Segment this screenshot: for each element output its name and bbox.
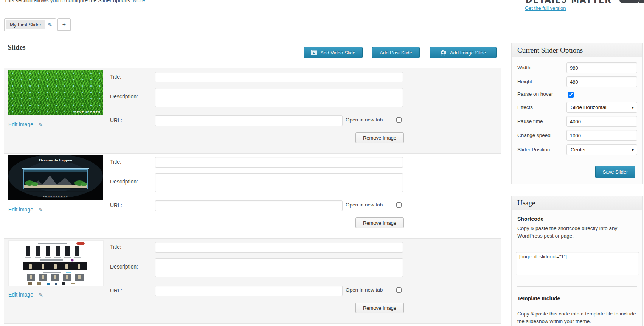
add-slider-tab[interactable]: + [57,18,71,31]
slide-1-open-new-tab-checkbox[interactable] [396,117,402,123]
slide-2-open-new-tab-checkbox[interactable] [396,202,402,208]
slider-position-label: Slider Position [517,147,550,152]
tab-bar-divider [4,31,644,31]
open-new-tab-label: Open in new tab [346,202,383,208]
shortcode-description: Copy & paste the shortcode directly into… [517,225,638,240]
slide-1-thumbnail: SEVENPORTS [8,70,103,115]
add-image-slide-button[interactable]: Add Image Slide [430,47,497,58]
get-full-version-link[interactable]: Get the full version [525,5,566,11]
slide-2-thumbnail: Dreams do happen SEVENPORTS [8,155,103,200]
slide-3-description-input[interactable] [155,258,403,277]
change-speed-input[interactable] [566,130,637,141]
url-label: URL: [110,117,122,123]
slide-1-url-input[interactable] [155,115,343,126]
url-label: URL: [110,202,122,208]
tab-my-first-slider[interactable]: My First Slider ✎ [4,18,56,31]
title-label: Title: [110,159,121,165]
slide-2-description-input[interactable] [155,173,403,192]
description-label: Description: [110,179,138,185]
slide-2-remove-image-button[interactable]: Remove Image [355,217,404,228]
slider-position-select[interactable]: Center [566,144,637,155]
add-post-slide-button[interactable]: Add Post Slide [372,47,420,58]
edit-image-link[interactable]: Edit image [8,206,33,213]
usage-divider [517,286,637,287]
slide-3-thumbnail [8,240,104,286]
add-image-slide-label: Add Image Slide [450,50,486,56]
add-tab-label: + [62,21,66,28]
change-speed-label: Change speed [517,132,551,138]
pause-on-hover-label: Pause on hover [517,91,553,97]
usage-panel-heading: Usage [512,196,642,210]
url-label: URL: [110,287,122,293]
camera-icon [440,50,447,56]
edit-image-pencil-icon[interactable]: ✎ [38,292,43,298]
open-new-tab-label: Open in new tab [346,287,383,293]
pause-on-hover-checkbox[interactable] [568,92,574,98]
slide-3-url-input[interactable] [155,286,343,296]
current-slider-options-panel: Current Slider Options Width Height Paus… [511,43,643,184]
shortcode-heading: Shortcode [517,216,543,222]
video-icon [311,50,317,55]
slide-1-description-input[interactable] [155,88,403,107]
height-input[interactable] [566,76,637,87]
title-label: Title: [110,74,121,80]
edit-image-pencil-icon[interactable]: ✎ [38,122,43,127]
slide-1-remove-image-button[interactable]: Remove Image [355,132,404,143]
edit-image-pencil-icon[interactable]: ✎ [38,207,43,213]
slide-2-url-input[interactable] [155,200,343,211]
add-video-slide-label: Add Video Slide [320,50,355,56]
open-new-tab-label: Open in new tab [346,117,383,123]
slide-2-title-input[interactable] [155,157,403,168]
slide-3-title-input[interactable] [155,242,403,253]
watermark-text: SEVENPORTS [43,195,68,198]
effects-label: Effects [517,104,533,110]
save-slider-button[interactable]: Save Slider [595,166,635,178]
width-label: Width [517,65,531,70]
shortcode-textarea[interactable]: [huge_it_slider id="1"] [516,252,639,275]
width-input[interactable] [566,62,637,73]
slide-row-3: Edit image ✎ Title: Description: URL: Op… [4,239,501,324]
add-post-slide-label: Add Post Slide [380,50,412,56]
slide-3-remove-image-button[interactable]: Remove Image [355,303,404,313]
slides-list: SEVENPORTS Edit image ✎ Title: Descripti… [4,68,501,326]
height-label: Height [517,79,532,84]
add-video-slide-button[interactable]: Add Video Slide [304,47,363,58]
pause-time-label: Pause time [517,118,543,124]
edit-image-link[interactable]: Edit image [8,121,33,127]
effects-select[interactable]: Slide Horizontal [566,102,637,113]
logo-slash-shape [638,0,644,3]
logo-text: DETAILS MATTER [526,0,612,5]
slide-1-title-input[interactable] [155,72,403,82]
intro-line: This section allows you to configure the… [4,0,149,3]
template-include-heading: Template Include [517,295,560,301]
edit-tab-pencil-icon[interactable]: ✎ [48,22,53,28]
description-label: Description: [110,93,138,99]
title-label: Title: [110,244,121,250]
slide-2-caption: Dreams do happen [39,158,72,162]
slide-row-1: SEVENPORTS Edit image ✎ Title: Descripti… [4,68,501,154]
watermark-text: SEVENPORTS [74,110,101,114]
pause-time-input[interactable] [566,116,637,127]
slider-tab-label: My First Slider [6,20,45,29]
slide-row-2: Dreams do happen SEVENPORTS [4,154,501,239]
options-panel-heading: Current Slider Options [512,43,642,57]
slides-heading: Slides [8,43,26,51]
slider-admin-page: This section allows you to configure the… [0,0,644,326]
edit-image-link[interactable]: Edit image [8,292,33,298]
description-label: Description: [110,264,138,270]
logo-pill-shape [619,0,639,3]
intro-text: This section allows you to configure the… [4,0,132,3]
details-matter-logo: DETAILS MATTER [526,0,612,4]
more-link[interactable]: More... [133,0,150,3]
template-include-description: Copy & paste this code into a template f… [517,310,638,326]
slide-3-open-new-tab-checkbox[interactable] [396,287,402,293]
usage-panel: Usage Shortcode Copy & paste the shortco… [511,196,643,326]
